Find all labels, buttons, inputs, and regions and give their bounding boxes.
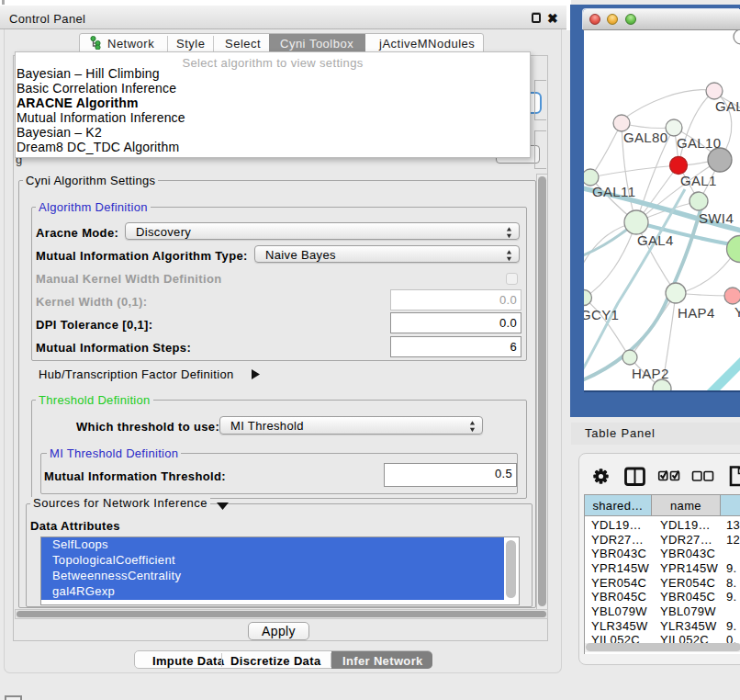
svg-text:GAL80: GAL80 bbox=[623, 130, 667, 145]
svg-text:GAL10: GAL10 bbox=[677, 135, 721, 151]
svg-text:SWI4: SWI4 bbox=[699, 210, 734, 226]
svg-text:GAL7: GAL7 bbox=[715, 98, 740, 114]
svg-text:HAP4: HAP4 bbox=[678, 305, 715, 321]
svg-text:GAL1: GAL1 bbox=[680, 173, 717, 188]
svg-text:GAL4: GAL4 bbox=[637, 232, 674, 248]
svg-text:GAL11: GAL11 bbox=[592, 184, 635, 199]
svg-text:HAP2: HAP2 bbox=[632, 366, 669, 381]
svg-text:Y: Y bbox=[734, 304, 740, 320]
svg-text:GCY1: GCY1 bbox=[584, 307, 619, 322]
